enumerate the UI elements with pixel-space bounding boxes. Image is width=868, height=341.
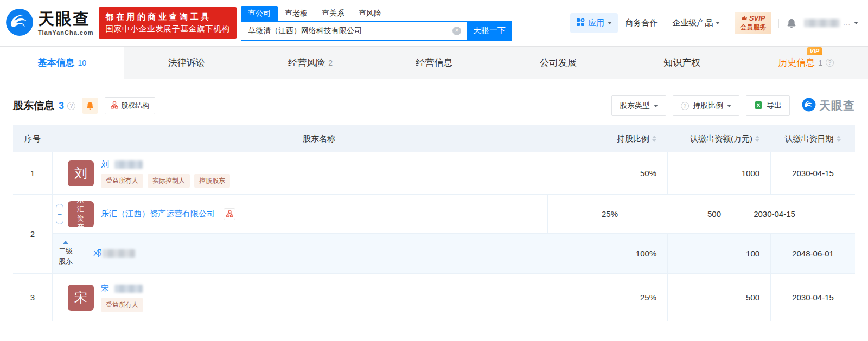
holding-ratio-value: 100% [586,234,667,273]
col-header-date[interactable]: 认缴出资日期 [770,134,855,144]
org-chart-icon [111,101,118,111]
role-tag: 实际控制人 [148,174,190,188]
subscribed-date-value: 2048-06-01 [770,234,855,273]
search-tabs: 查公司 查老板 查关系 查风险 [241,6,512,21]
shareholder-link[interactable]: 乐汇（江西）资产运营有限公司 [101,209,215,219]
shareholder-name-cell: 宋 宋 受益所有人 [52,274,586,321]
logo-domain: TianYanCha.com [38,29,93,36]
search-button[interactable]: 天眼一下 [467,21,512,41]
col-header-name: 股东名称 [52,134,586,144]
search-tab-risk[interactable]: 查风险 [352,6,388,21]
user-name-ellipsis: ... [843,19,851,27]
role-tag: 控股股东 [194,174,230,188]
export-button[interactable]: 导出 [746,95,790,116]
search-area: 查公司 查老板 查关系 查风险 天眼一下 [241,6,512,41]
tianyancha-logo[interactable]: 天眼查 TianYanCha.com [5,8,93,38]
clear-search-icon[interactable] [452,27,461,35]
sort-icon[interactable] [755,136,760,142]
divider [778,19,779,28]
user-account-menu[interactable]: ... [804,19,858,27]
notifications-bell-icon[interactable] [786,18,797,29]
redacted-name [114,160,143,169]
tab-count: 2 [328,59,333,67]
chevron-down-icon [654,105,658,107]
tab-basic-info[interactable]: 基本信息 10 [0,47,124,79]
holding-ratio-value: 50% [586,152,667,194]
search-tab-boss[interactable]: 查老板 [278,6,315,21]
subscribed-date-value: 2030-04-15 [770,274,855,321]
divider [727,19,727,28]
redacted-name [103,249,135,258]
user-avatar-blurred [804,19,840,27]
search-input[interactable] [241,21,467,41]
table-header-row: 序号 股东名称 持股比例 认缴出资额(万元) 认缴出资日期 [13,125,855,152]
tab-count: 1 [818,59,822,67]
help-icon[interactable] [826,59,834,67]
avatar: 刘 [68,160,94,186]
shareholder-table: 序号 股东名称 持股比例 认缴出资额(万元) 认缴出资日期 1 刘 [13,125,855,321]
table-row: 1 刘 刘 受益所有人 实际控制人 控股股东 50% 1000 2030- [13,152,855,195]
shareholder-name-cell: 乐汇资产 乐汇（江西）资产运营有限公司 [53,195,547,233]
chevron-down-icon [854,22,858,24]
tab-legal-proceedings[interactable]: 法律诉讼 [124,47,248,79]
holding-ratio-filter[interactable]: 持股比例 [673,95,739,116]
shareholder-name-cell: 刘 刘 受益所有人 实际控制人 控股股东 [52,152,586,194]
shareholder-link[interactable]: 宋 [101,284,109,294]
holding-ratio-value: 25% [586,274,667,321]
collapse-triangle-icon[interactable] [63,241,68,244]
section-count: 3 [59,100,64,112]
subscribed-amount-value: 1000 [667,152,770,194]
shareholder-type-filter[interactable]: 股东类型 [611,95,666,116]
apps-menu-button[interactable]: 应用 [570,13,618,33]
banner-line2: 国家中小企业发展子基金旗下机构 [105,24,230,34]
tab-operation-risk[interactable]: 经营风险 2 [248,47,372,79]
redacted-name [114,285,143,293]
shareholder-link[interactable]: 邓 [93,248,101,259]
svip-membership-button[interactable]: SVIP 会员服务 [735,12,771,34]
col-header-ratio[interactable]: 持股比例 [586,134,667,144]
app-grid-icon [576,18,585,28]
table-row: 2 乐汇资产 乐汇（江西）资产运营有限公司 [13,195,855,274]
logo-title: 天眼查 [38,11,93,27]
tab-company-development[interactable]: 公司发展 [496,47,620,79]
table-row: 3 宋 宋 受益所有人 25% 500 2030-04-15 [13,274,855,321]
sort-icon[interactable] [652,136,656,142]
row-number: 1 [13,152,52,194]
col-header-no: 序号 [13,134,52,144]
parent-shareholder-row: 乐汇资产 乐汇（江西）资产运营有限公司 25% 500 2030-0 [53,195,855,234]
search-tab-company[interactable]: 查公司 [241,6,278,21]
help-icon [681,102,689,110]
sort-icon[interactable] [837,136,841,142]
shareholder-link[interactable]: 刘 [101,159,109,170]
tab-operation-info[interactable]: 经营信息 [372,47,496,79]
collapse-button[interactable] [56,204,63,224]
enterprise-products-link[interactable]: 企业级产品 [672,18,720,28]
second-level-shareholder-row: 二级股东 邓 100% 100 2048-06-01 [53,234,855,273]
subscribed-date-value: 2030-04-15 [770,152,855,194]
header-nav: 应用 商务合作 企业级产品 SVIP 会员服务 ... [570,12,858,34]
main-content: 股东信息 3 股权结构 股东类型 持股比例 [0,95,868,321]
avatar: 宋 [68,285,94,311]
chevron-down-icon [727,105,731,107]
col-header-amount[interactable]: 认缴出资额(万元) [667,134,770,144]
tab-intellectual-property[interactable]: 知识产权 [620,47,744,79]
tab-history-info[interactable]: 历史信息 VIP 1 [744,47,868,79]
equity-structure-icon[interactable] [224,208,235,220]
header: 天眼查 TianYanCha.com 都在用的商业查询工具 国家中小企业发展子基… [0,0,868,46]
subscribed-amount-value: 500 [667,274,770,321]
shareholder-section-header: 股东信息 3 股权结构 股东类型 持股比例 [13,95,855,117]
search-tab-relation[interactable]: 查关系 [315,6,352,21]
role-tag: 受益所有人 [101,174,143,188]
vip-badge: VIP [807,47,823,55]
chevron-down-icon [608,22,612,24]
banner-line1: 都在用的商业查询工具 [105,12,230,22]
apps-menu-label: 应用 [588,18,604,28]
subscribe-bell-button[interactable] [82,98,98,114]
watermark-logo: 天眼查 [802,98,855,114]
watermark-text: 天眼查 [819,98,855,113]
role-tag: 受益所有人 [101,298,143,312]
second-level-label: 二级股东 [53,234,79,273]
help-icon[interactable] [67,102,75,110]
equity-structure-button[interactable]: 股权结构 [105,97,155,114]
business-coop-link[interactable]: 商务合作 [625,18,658,28]
